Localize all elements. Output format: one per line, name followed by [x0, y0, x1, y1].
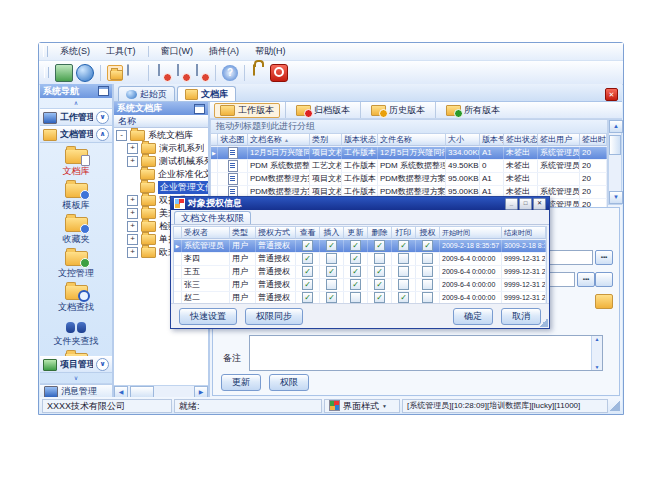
work-version-button[interactable]: 工作版本	[214, 103, 280, 118]
browse-folder-icon[interactable]	[595, 294, 613, 309]
col-delete[interactable]: 删除	[368, 227, 392, 239]
tab-close-button[interactable]: ✕	[605, 88, 618, 101]
col-category[interactable]: 类别	[310, 134, 342, 146]
document-action-icon-3[interactable]	[193, 65, 209, 81]
collapse-icon[interactable]: -	[116, 130, 127, 141]
col-start-time[interactable]: 开始时间	[440, 227, 502, 239]
delete-permission-checkbox[interactable]: ✓	[374, 266, 385, 277]
tree-item[interactable]: 企业标准化文件	[114, 168, 208, 181]
nav-item-favorites[interactable]: 收藏夹	[63, 215, 90, 246]
window-resize-grip[interactable]	[610, 401, 620, 411]
nav-collapse-icon[interactable]	[98, 86, 109, 96]
permission-row[interactable]: 李四用户普通授权 ✓ ✓ 2009-6-4 0:00:009999-12-31 …	[174, 253, 546, 266]
print-permission-checkbox[interactable]: ✓	[398, 240, 409, 251]
delete-permission-checkbox[interactable]: ✓	[374, 279, 385, 290]
insert-permission-checkbox[interactable]	[326, 253, 337, 264]
dialog-resize-grip[interactable]	[539, 318, 548, 327]
print-permission-checkbox[interactable]	[398, 279, 409, 290]
update-permission-checkbox[interactable]: ✓	[350, 240, 361, 251]
permission-row-selected[interactable]: ▶ 系统管理员用户普通授权 ✓ ✓ ✓ ✓ ✓ ✓ 2009-2-18 8:35…	[174, 240, 546, 253]
col-view[interactable]: 查看	[296, 227, 320, 239]
chevron-down-icon[interactable]: ∨	[96, 358, 109, 371]
maximize-icon[interactable]: □	[519, 198, 532, 210]
all-version-button[interactable]: 所有版本	[441, 104, 505, 117]
tab-home[interactable]: 起始页	[118, 86, 175, 101]
globe-icon[interactable]	[76, 64, 94, 82]
nav-item-template-library[interactable]: 模板库	[63, 181, 90, 212]
chevron-down-icon[interactable]: ∨	[96, 111, 109, 124]
remark-textarea[interactable]: ▲ ▼	[249, 335, 603, 371]
scroll-up-icon[interactable]: ▲	[609, 120, 623, 133]
grant-permission-checkbox[interactable]	[422, 279, 433, 290]
update-button[interactable]: 更新	[221, 374, 261, 391]
permission-row[interactable]: 张三用户普通授权 ✓ ✓ ✓ 2009-6-4 0:00:009999-12-3…	[174, 279, 546, 292]
insert-permission-checkbox[interactable]: ✓	[326, 292, 337, 303]
col-status[interactable]: 状态图	[218, 134, 248, 146]
view-permission-checkbox[interactable]: ✓	[302, 266, 313, 277]
toolbar-grip[interactable]	[44, 67, 49, 78]
delete-permission-checkbox[interactable]	[374, 253, 385, 264]
nav-item-folder-search[interactable]: 文件夹查找	[54, 317, 99, 348]
update-permission-checkbox[interactable]: ✓	[350, 253, 361, 264]
col-insert[interactable]: 插入	[320, 227, 344, 239]
dialog-titlebar[interactable]: 对象授权信息 _ □ ✕	[171, 197, 549, 210]
menu-window[interactable]: 窗口(W)	[154, 44, 201, 59]
insert-permission-checkbox[interactable]: ✓	[326, 240, 337, 251]
grant-permission-checkbox[interactable]	[422, 253, 433, 264]
delete-permission-checkbox[interactable]: ✓	[374, 240, 385, 251]
document-action-icon-2[interactable]	[174, 65, 190, 81]
print-permission-checkbox[interactable]	[398, 266, 409, 277]
insert-permission-checkbox[interactable]	[326, 279, 337, 290]
expand-icon[interactable]: +	[127, 234, 138, 245]
menu-plugins[interactable]: 插件(A)	[202, 44, 246, 59]
menubar-grip[interactable]	[43, 46, 48, 57]
permission-row[interactable]: 王五用户普通授权 ✓ ✓ ✓ ✓ 2009-6-4 0:00:009999-12…	[174, 266, 546, 279]
ui-style-selector[interactable]: 界面样式 ▼	[324, 399, 400, 413]
lock-icon-button[interactable]	[251, 65, 267, 81]
view-permission-checkbox[interactable]: ✓	[302, 253, 313, 264]
col-type[interactable]: 类型	[230, 227, 256, 239]
col-checkout-time[interactable]: 签出时间	[580, 134, 607, 146]
delete-permission-checkbox[interactable]: ✓	[374, 292, 385, 303]
textarea-scrollbar[interactable]: ▲ ▼	[591, 336, 602, 370]
tree-item-selected[interactable]: 企业管理文件	[114, 181, 208, 194]
expand-icon[interactable]: +	[127, 247, 138, 258]
scrollbar-thumb[interactable]	[609, 135, 621, 155]
col-update[interactable]: 更新	[344, 227, 368, 239]
archive-version-button[interactable]: 归档版本	[291, 104, 355, 117]
nav-group-work[interactable]: 工作管理 ∨	[40, 109, 112, 126]
tab-doc-library[interactable]: 文档库	[177, 86, 236, 101]
tab-folder-permissions[interactable]: 文档文件夹权限	[174, 211, 251, 224]
help-icon[interactable]: ?	[222, 65, 238, 81]
small-button[interactable]	[595, 272, 613, 287]
print-permission-checkbox[interactable]: ✓	[398, 292, 409, 303]
col-grantee[interactable]: 受权者	[182, 227, 230, 239]
tree-column-header[interactable]: 名称	[114, 115, 208, 128]
col-checkout-user[interactable]: 签出用户	[538, 134, 580, 146]
menu-help[interactable]: 帮助(H)	[248, 44, 293, 59]
document-action-icon-1[interactable]	[155, 65, 171, 81]
nav-scroll-up[interactable]: ∧	[40, 98, 112, 109]
permission-button[interactable]: 权限	[269, 374, 309, 391]
ellipsis-button[interactable]: ▪▪▪	[595, 250, 613, 265]
grid-vertical-scrollbar[interactable]: ▲ ▼	[608, 119, 622, 205]
ellipsis-button[interactable]: ▪▪▪	[577, 272, 595, 287]
document-row-selected[interactable]: ▶ 12月5日万兴隆同行...项目文档 工作版本12月5日万兴隆同行... 33…	[211, 147, 607, 160]
close-icon[interactable]: ✕	[533, 198, 546, 210]
view-permission-checkbox[interactable]: ✓	[302, 279, 313, 290]
nav-scroll-down[interactable]: ∨	[40, 373, 112, 384]
network-computer-icon[interactable]	[55, 64, 73, 82]
tree-collapse-icon[interactable]	[194, 104, 205, 114]
nav-item-doc-control[interactable]: 文控管理	[58, 249, 94, 280]
nav-tab-messages[interactable]: 消息管理	[40, 384, 112, 398]
group-by-bar[interactable]: 拖动列标题到此进行分组	[210, 119, 608, 133]
update-permission-checkbox[interactable]	[350, 292, 361, 303]
tree-item[interactable]: + 演示机系列	[114, 142, 208, 155]
col-end-time[interactable]: 结束时间	[502, 227, 546, 239]
grant-permission-checkbox[interactable]	[422, 292, 433, 303]
nav-item-doc-search[interactable]: 文档查找	[58, 283, 94, 314]
nav-group-project[interactable]: 项目管理 ∨	[40, 356, 112, 373]
col-version-state[interactable]: 版本状态	[342, 134, 378, 146]
expand-icon[interactable]: +	[127, 143, 138, 154]
document-row[interactable]: PDM数据整理方案.doc项目文档 工作版本PDM数据整理方案.doc 95.0…	[211, 173, 607, 186]
